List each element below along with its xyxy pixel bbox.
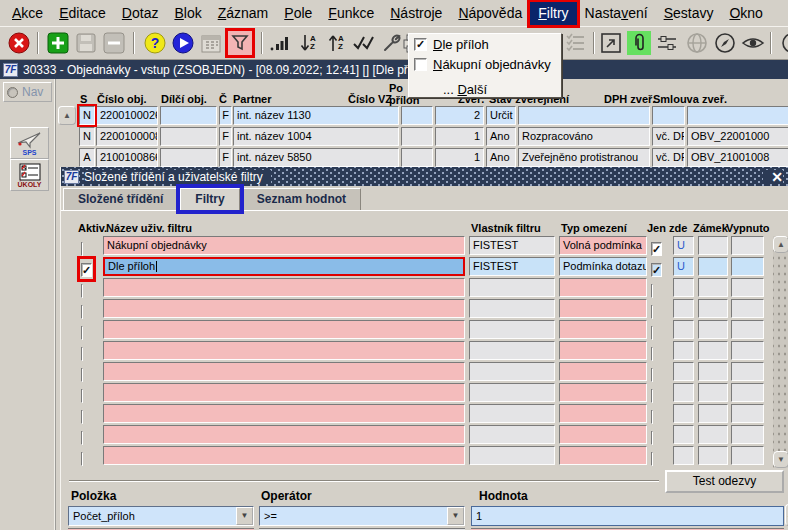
menu-blok[interactable]: Blok (166, 2, 209, 25)
zamek-field[interactable] (698, 278, 728, 297)
cell-pocet-priloh[interactable]: 1 (435, 127, 484, 146)
menu-zaznam[interactable]: Záznam (210, 2, 277, 25)
zamek-flag-field[interactable] (673, 278, 694, 297)
jen-zde-checkbox[interactable] (651, 344, 653, 362)
open-external-icon[interactable] (599, 31, 623, 55)
operator-select[interactable]: >= ▼ (259, 506, 465, 526)
partial-icon[interactable] (777, 31, 788, 55)
nav-toggle-button[interactable]: Nav (3, 82, 52, 102)
cell-zver[interactable]: Ano (486, 127, 516, 146)
vypnuto-field[interactable] (731, 257, 764, 276)
vypnuto-field[interactable] (731, 299, 764, 318)
stop-icon[interactable] (7, 31, 31, 55)
menu-okno[interactable]: Okno (721, 2, 770, 25)
aktiv-checkbox[interactable] (81, 365, 83, 383)
zamek-flag-field[interactable]: U (673, 257, 694, 276)
filter-name-field[interactable] (103, 299, 465, 318)
filter-owner-field[interactable]: FISTEST (469, 236, 555, 255)
filter-type-field[interactable] (559, 446, 647, 465)
close-icon[interactable]: ✕ (763, 170, 783, 184)
filter-name-field[interactable] (103, 362, 465, 381)
zamek-field[interactable] (698, 257, 728, 276)
zamek-flag-field[interactable] (673, 362, 694, 381)
jen-zde-checkbox[interactable] (651, 386, 653, 404)
aktiv-checkbox[interactable] (81, 302, 83, 320)
filter-name-field[interactable] (103, 404, 465, 423)
menu-nastroje[interactable]: Nástroje (382, 2, 450, 25)
filter-name-field[interactable] (103, 278, 465, 297)
vypnuto-field[interactable] (731, 404, 764, 423)
vypnuto-field[interactable] (731, 362, 764, 381)
filter-type-field[interactable] (559, 362, 647, 381)
filter-type-field[interactable] (559, 299, 647, 318)
run-icon[interactable] (171, 31, 195, 55)
aktiv-checkbox[interactable] (81, 344, 83, 362)
filter-type-field[interactable]: Podmínka dotazu (559, 257, 647, 276)
cell-stav-zverejneni[interactable] (518, 106, 650, 125)
filter-name-field[interactable] (103, 383, 465, 402)
vypnuto-field[interactable] (731, 383, 764, 402)
tab-seznam-hodnot[interactable]: Seznam hodnot (242, 188, 361, 210)
aktiv-checkbox[interactable] (81, 449, 83, 467)
cell-dph-zver[interactable]: vč. DPH (652, 127, 685, 146)
scroll-down-icon[interactable]: ▼ (773, 451, 788, 468)
jen-zde-checkbox[interactable] (651, 365, 653, 383)
double-check-icon[interactable] (352, 31, 376, 55)
zamek-field[interactable] (698, 404, 728, 423)
zamek-flag-field[interactable] (673, 383, 694, 402)
attachment-icon[interactable] (627, 31, 651, 55)
cell-pocet-priloh[interactable]: 1 (435, 148, 484, 167)
menu-filtry[interactable]: Filtry (530, 2, 576, 25)
menu-pole[interactable]: Pole (276, 2, 320, 25)
filter-type-field[interactable] (559, 383, 647, 402)
filter-owner-field[interactable] (469, 341, 555, 360)
filter-name-field[interactable] (103, 320, 465, 339)
vypnuto-field[interactable] (731, 278, 764, 297)
popup-item-dle-priloh[interactable]: Dle příloh (409, 34, 561, 54)
filter-name-field[interactable] (103, 425, 465, 444)
bar-chart-icon[interactable] (268, 31, 292, 55)
cell-dilci-obj[interactable] (160, 106, 217, 125)
tab-slozene-trideni[interactable]: Složené třídění (63, 188, 178, 210)
globe-icon[interactable] (685, 31, 709, 55)
filter-name-field[interactable] (103, 446, 465, 465)
zamek-flag-field[interactable]: U (673, 236, 694, 255)
filter-table-scrollbar[interactable]: ▲ ▼ (773, 236, 788, 468)
cell-status[interactable]: N (79, 106, 95, 125)
cell-zver[interactable]: Ano (486, 148, 516, 167)
add-icon[interactable] (46, 31, 70, 55)
jen-zde-checkbox[interactable] (651, 323, 653, 341)
cell-c[interactable]: F (219, 148, 232, 167)
jen-zde-checkbox[interactable] (651, 407, 653, 425)
filter-name-field[interactable] (103, 341, 465, 360)
jen-zde-checkbox[interactable] (651, 281, 653, 299)
cell-cislo-vz[interactable] (401, 106, 433, 125)
filter-type-field[interactable] (559, 425, 647, 444)
menu-napoveda[interactable]: Nápověda (450, 2, 530, 25)
menu-dotaz[interactable]: Dotaz (114, 2, 167, 25)
aktiv-checkbox[interactable] (81, 239, 83, 257)
jen-zde-checkbox[interactable] (651, 239, 662, 257)
cell-cislo-obj[interactable]: 2200100026 (96, 106, 158, 125)
filter-owner-field[interactable] (469, 383, 555, 402)
cell-cislo-vz[interactable] (401, 148, 433, 167)
menu-nastaveni[interactable]: Nastavení (577, 2, 656, 25)
menu-funkce[interactable]: Funkce (320, 2, 382, 25)
popup-item-dalsi[interactable]: ... Další (409, 79, 561, 99)
filter-owner-field[interactable]: FISTEST (469, 257, 555, 276)
cell-cislo-vz[interactable] (401, 127, 433, 146)
menu-editace[interactable]: Editace (51, 2, 114, 25)
cell-stav-zverejneni[interactable]: Rozpracováno (518, 127, 650, 146)
vypnuto-field[interactable] (731, 425, 764, 444)
filter-name-field[interactable]: Nákupní objednávky (103, 236, 465, 255)
sort-asc-icon[interactable]: AZ (324, 31, 348, 55)
eye-icon[interactable] (741, 31, 765, 55)
zamek-flag-field[interactable] (673, 425, 694, 444)
filter-name-field[interactable]: Dle příloh (103, 257, 465, 276)
menu-sestavy[interactable]: Sestavy (656, 2, 722, 25)
cell-c[interactable]: F (219, 127, 232, 146)
chevron-down-icon[interactable]: ▼ (236, 507, 253, 525)
aktiv-checkbox[interactable] (81, 386, 83, 404)
checklist-icon[interactable] (564, 31, 588, 55)
cell-partner[interactable]: int. název 5850 (233, 148, 399, 167)
